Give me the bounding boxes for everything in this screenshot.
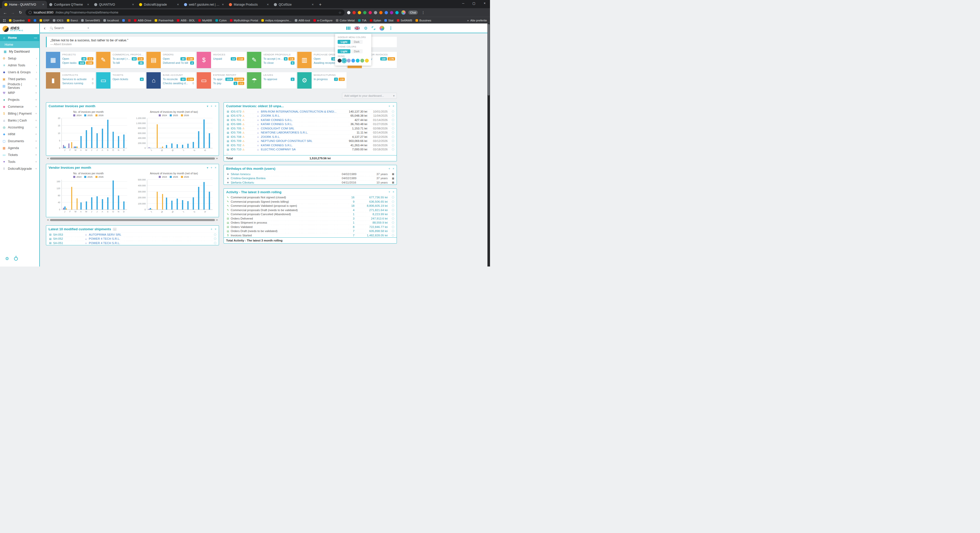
- sidebar-item[interactable]: ⚒ MRP +: [0, 89, 39, 96]
- layout-columns-icon[interactable]: [346, 27, 350, 30]
- maximize-button[interactable]: ▢: [469, 0, 479, 6]
- scrollbar-thumb[interactable]: [50, 219, 215, 221]
- fullscreen-icon[interactable]: [372, 27, 375, 30]
- other-bookmarks[interactable]: » Alte preferite: [467, 19, 487, 22]
- status-circle-icon[interactable]: [392, 226, 394, 228]
- close-icon[interactable]: ×: [215, 166, 216, 170]
- user-name-link[interactable]: Ștefania Cibotariu: [231, 181, 254, 184]
- status-circle-icon[interactable]: [392, 135, 394, 138]
- extension-icon[interactable]: [385, 11, 388, 14]
- sidebar-item[interactable]: ⌂ Home —: [0, 34, 39, 41]
- count-badge[interactable]: 1: [234, 82, 237, 85]
- kpi-row-label[interactable]: Open: [62, 57, 69, 60]
- browser-menu-icon[interactable]: ⋮: [420, 11, 426, 14]
- kpi-row-label[interactable]: To close: [263, 61, 274, 64]
- browser-tab[interactable]: web7.gazduire.net | View Files ×: [182, 1, 227, 8]
- skin-swatch[interactable]: ✓: [360, 59, 364, 62]
- minimize-button[interactable]: ─: [458, 0, 469, 6]
- warning-badge[interactable]: ⚠75: [388, 57, 395, 60]
- bookmark-item[interactable]: MyBuildings Portal: [230, 19, 258, 22]
- company-link[interactable]: BRN-ROM INTERNATIONAL CONSTRUCTION & ENG…: [261, 110, 336, 113]
- reload-button[interactable]: ↻: [18, 10, 23, 15]
- warning-badge[interactable]: ⚠1: [238, 82, 244, 85]
- more-badge[interactable]: ...: [113, 228, 117, 231]
- kpi-row-label[interactable]: Awaiting reception: [313, 61, 337, 64]
- status-circle-icon[interactable]: [392, 131, 394, 134]
- activity-amount-link[interactable]: 247,913.6 lei: [355, 217, 388, 220]
- sidebar-item[interactable]: ⌂ Banks | Cash +: [0, 117, 39, 124]
- count-badge[interactable]: 22: [132, 57, 137, 60]
- tab-close-icon[interactable]: ×: [131, 3, 135, 6]
- status-circle-icon[interactable]: [392, 204, 394, 207]
- kpi-row-label[interactable]: Open: [163, 57, 170, 60]
- warning-badge[interactable]: ⚠53: [86, 61, 94, 65]
- invoice-ref-link[interactable]: IDS 679: [231, 114, 242, 117]
- kpi-row-label[interactable]: To reconcile: [163, 78, 178, 81]
- bookmark-item[interactable]: mdlpa.ro/pages/re...: [261, 19, 291, 22]
- kpi-row-label[interactable]: Open: [313, 57, 321, 60]
- sidebar-light-button[interactable]: Light: [338, 40, 350, 44]
- skin-swatch[interactable]: ✓: [365, 59, 369, 62]
- company-link[interactable]: POWER 4 TECH S.R.L.: [89, 237, 120, 240]
- activity-amount-link[interactable]: 8,223.99 lei: [355, 213, 388, 216]
- extension-icon[interactable]: [390, 11, 393, 14]
- company-link[interactable]: KATAR CONNEG S.R.L.: [261, 123, 293, 126]
- new-tab-button[interactable]: +: [317, 2, 325, 8]
- count-badge[interactable]: 7: [334, 78, 338, 81]
- status-circle-icon[interactable]: [392, 209, 394, 212]
- count-badge[interactable]: 1228: [225, 78, 233, 81]
- warning-badge[interactable]: ⚠10: [186, 78, 194, 81]
- invoice-ref-link[interactable]: IDS 705: [231, 127, 242, 130]
- activity-count-link[interactable]: 9: [343, 200, 355, 203]
- kpi-row-label[interactable]: To approve: [213, 78, 225, 81]
- browser-tab[interactable]: Manage Products ×: [227, 1, 272, 8]
- status-circle-icon[interactable]: [392, 123, 394, 125]
- skin-swatch[interactable]: ✓: [352, 59, 355, 62]
- status-circle-icon[interactable]: [392, 127, 394, 130]
- warning-badge[interactable]: ⚠30: [186, 57, 194, 60]
- app-logo[interactable]: IDES ELECTRIC: [0, 24, 39, 34]
- add-widget-select[interactable]: Add widget to your dashboard... ▾: [342, 93, 397, 99]
- count-badge[interactable]: 4: [140, 78, 144, 81]
- sidebar-item[interactable]: ◆ Commerce +: [0, 103, 39, 110]
- bookmark-item[interactable]: SelfAWB: [397, 19, 412, 22]
- status-circle-icon[interactable]: [392, 234, 394, 237]
- browser-tab[interactable]: QColSize ×: [272, 1, 317, 8]
- shipment-ref-link[interactable]: SH-052: [53, 237, 63, 240]
- invoice-ref-link[interactable]: IDS 706: [231, 131, 242, 134]
- move-icon[interactable]: +: [388, 190, 390, 194]
- kpi-row-label[interactable]: To accept | refuse: [263, 57, 284, 60]
- kpi-row-label[interactable]: Unpaid: [213, 57, 222, 60]
- sidebar-item[interactable]: ✦ Tools +: [0, 158, 39, 165]
- extension-icon[interactable]: [358, 11, 361, 14]
- status-circle-icon[interactable]: [214, 237, 216, 240]
- activity-count-link[interactable]: 18: [343, 204, 355, 207]
- bookmark-item[interactable]: Stat: [384, 19, 393, 22]
- sidebar-item[interactable]: ≡ Admin Tools ›: [0, 62, 39, 68]
- topbar-menu-icon[interactable]: ⋮: [389, 26, 393, 31]
- sidebar-item[interactable]: ▦ My Dashboard: [0, 48, 39, 55]
- count-badge[interactable]: 4: [190, 61, 194, 65]
- status-circle-icon[interactable]: [392, 213, 394, 215]
- bookmark-item[interactable]: ServerBMS: [81, 19, 100, 22]
- bookmark-item[interactable]: ABB-tool: [295, 19, 310, 22]
- search-input[interactable]: [54, 26, 86, 30]
- browser-tab[interactable]: QUANTIVO ×: [92, 1, 137, 8]
- shipment-ref-link[interactable]: SH-051: [53, 242, 63, 245]
- move-icon[interactable]: +: [388, 104, 390, 108]
- logout-power-icon[interactable]: [14, 257, 18, 261]
- status-circle-icon[interactable]: [214, 242, 216, 244]
- invoice-ref-link[interactable]: IDS 702: [231, 144, 242, 147]
- warning-badge[interactable]: ⚠6: [288, 57, 294, 60]
- tab-close-icon[interactable]: ×: [266, 3, 269, 6]
- horizontal-scrollbar[interactable]: ◂ ▸: [46, 219, 218, 221]
- invoice-ref-link[interactable]: IDS 709: [231, 139, 242, 142]
- status-circle-icon[interactable]: [392, 196, 394, 199]
- browser-tab[interactable]: Home - QUANTIVO ×: [2, 1, 47, 8]
- warning-badge[interactable]: ⚠1: [87, 57, 94, 60]
- profile-avatar[interactable]: [401, 10, 406, 15]
- status-circle-icon[interactable]: [392, 110, 394, 113]
- status-circle-icon[interactable]: [392, 221, 394, 224]
- theme-dark-button[interactable]: Dark: [351, 49, 363, 53]
- bookmark-item[interactable]: [122, 19, 125, 22]
